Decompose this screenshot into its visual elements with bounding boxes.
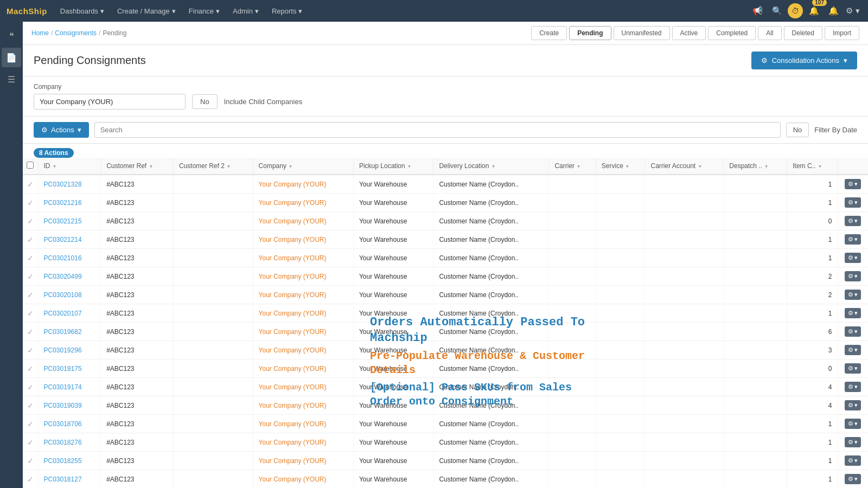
row-company-3[interactable]: Your Company (YOUR)	[253, 230, 353, 249]
row-company-14[interactable]: Your Company (YOUR)	[253, 433, 353, 452]
consignment-link-9[interactable]: PC03019296	[44, 346, 82, 354]
row-id-3[interactable]: PC03021214	[38, 230, 101, 249]
col-header-account[interactable]: Carrier Account ▾	[645, 158, 724, 175]
nav-create-manage[interactable]: Create / Manage ▾	[112, 0, 181, 22]
select-all-input[interactable]	[27, 162, 34, 169]
row-checkbox-6[interactable]: ✓	[23, 286, 38, 304]
row-id-12[interactable]: PC03019039	[38, 396, 101, 415]
row-action-button-1[interactable]: ⚙ ▾	[845, 197, 861, 208]
notification-icon[interactable]: 🔔	[825, 2, 842, 20]
row-checkbox-13[interactable]: ✓	[23, 415, 38, 433]
company-link-8[interactable]: Your Company (YOUR)	[259, 328, 327, 336]
row-checkbox-3[interactable]: ✓	[23, 230, 38, 249]
tab-create[interactable]: Create	[531, 26, 567, 40]
row-company-4[interactable]: Your Company (YOUR)	[253, 249, 353, 267]
row-company-0[interactable]: Your Company (YOUR)	[253, 175, 353, 194]
row-checkbox-10[interactable]: ✓	[23, 359, 38, 378]
row-company-11[interactable]: Your Company (YOUR)	[253, 378, 353, 396]
col-header-customer-ref2[interactable]: Customer Ref 2 ▾	[174, 158, 253, 175]
row-action-button-2[interactable]: ⚙ ▾	[845, 216, 861, 226]
sidebar-consignments-icon[interactable]: 📄	[2, 48, 21, 67]
nav-admin[interactable]: Admin ▾	[227, 0, 264, 22]
company-link-2[interactable]: Your Company (YOUR)	[259, 217, 327, 225]
row-id-10[interactable]: PC03019175	[38, 359, 101, 378]
consignment-link-8[interactable]: PC03019682	[44, 328, 82, 336]
row-checkbox-7[interactable]: ✓	[23, 304, 38, 323]
row-id-13[interactable]: PC03018706	[38, 415, 101, 433]
row-id-15[interactable]: PC03018255	[38, 452, 101, 470]
row-checkbox-0[interactable]: ✓	[23, 175, 38, 194]
row-id-14[interactable]: PC03018276	[38, 433, 101, 452]
col-header-carrier[interactable]: Carrier ▾	[549, 158, 596, 175]
col-header-service[interactable]: Service ▾	[596, 158, 645, 175]
row-action-button-9[interactable]: ⚙ ▾	[845, 345, 861, 355]
row-action-button-7[interactable]: ⚙ ▾	[845, 308, 861, 318]
company-link-9[interactable]: Your Company (YOUR)	[259, 346, 327, 354]
nav-reports[interactable]: Reports ▾	[266, 0, 308, 22]
company-link-4[interactable]: Your Company (YOUR)	[259, 254, 327, 262]
row-id-4[interactable]: PC03021016	[38, 249, 101, 267]
search-input[interactable]	[94, 122, 781, 138]
row-id-11[interactable]: PC03019174	[38, 378, 101, 396]
row-company-16[interactable]: Your Company (YOUR)	[253, 470, 353, 489]
row-company-1[interactable]: Your Company (YOUR)	[253, 194, 353, 212]
row-id-8[interactable]: PC03019682	[38, 323, 101, 341]
consignment-link-14[interactable]: PC03018276	[44, 439, 82, 446]
row-checkbox-9[interactable]: ✓	[23, 341, 38, 359]
row-action-button-15[interactable]: ⚙ ▾	[845, 455, 861, 466]
row-checkbox-16[interactable]: ✓	[23, 470, 38, 489]
company-link-0[interactable]: Your Company (YOUR)	[259, 181, 327, 188]
tab-all[interactable]: All	[758, 26, 781, 40]
row-id-2[interactable]: PC03021215	[38, 212, 101, 230]
row-checkbox-5[interactable]: ✓	[23, 267, 38, 286]
consignment-link-11[interactable]: PC03019174	[44, 383, 82, 391]
row-checkbox-14[interactable]: ✓	[23, 433, 38, 452]
nav-finance[interactable]: Finance ▾	[183, 0, 225, 22]
row-action-button-14[interactable]: ⚙ ▾	[845, 437, 861, 447]
row-id-16[interactable]: PC03018127	[38, 470, 101, 489]
company-input[interactable]	[34, 94, 186, 110]
company-link-7[interactable]: Your Company (YOUR)	[259, 310, 327, 317]
row-id-0[interactable]: PC03021328	[38, 175, 101, 194]
row-id-1[interactable]: PC03021216	[38, 194, 101, 212]
company-link-15[interactable]: Your Company (YOUR)	[259, 457, 327, 465]
row-action-button-11[interactable]: ⚙ ▾	[845, 382, 861, 392]
tab-import[interactable]: Import	[825, 26, 859, 40]
tab-pending[interactable]: Pending	[569, 26, 611, 40]
row-action-button-10[interactable]: ⚙ ▾	[845, 363, 861, 374]
row-checkbox-12[interactable]: ✓	[23, 396, 38, 415]
company-link-1[interactable]: Your Company (YOUR)	[259, 199, 327, 207]
breadcrumb-consignments[interactable]: Consignments	[55, 29, 97, 37]
row-action-button-6[interactable]: ⚙ ▾	[845, 290, 861, 300]
row-company-12[interactable]: Your Company (YOUR)	[253, 396, 353, 415]
col-header-pickup[interactable]: Pickup Location ▾	[353, 158, 433, 175]
tab-deleted[interactable]: Deleted	[784, 26, 822, 40]
consignment-link-4[interactable]: PC03021016	[44, 254, 82, 262]
col-header-id[interactable]: ID ▾	[38, 158, 101, 175]
consignment-link-15[interactable]: PC03018255	[44, 457, 82, 465]
company-link-12[interactable]: Your Company (YOUR)	[259, 402, 327, 409]
row-action-button-0[interactable]: ⚙ ▾	[845, 179, 861, 189]
col-header-despatch[interactable]: Despatch .. ▾	[724, 158, 787, 175]
consignment-link-7[interactable]: PC03020107	[44, 310, 82, 317]
consignment-link-5[interactable]: PC03020499	[44, 273, 82, 280]
company-link-11[interactable]: Your Company (YOUR)	[259, 383, 327, 391]
row-action-button-12[interactable]: ⚙ ▾	[845, 400, 861, 410]
consignment-link-13[interactable]: PC03018706	[44, 420, 82, 428]
row-checkbox-4[interactable]: ✓	[23, 249, 38, 267]
row-checkbox-11[interactable]: ✓	[23, 378, 38, 396]
consignment-link-0[interactable]: PC03021328	[44, 181, 82, 188]
consignment-link-2[interactable]: PC03021215	[44, 217, 82, 225]
tab-active[interactable]: Active	[672, 26, 706, 40]
consignment-link-6[interactable]: PC03020108	[44, 291, 82, 299]
sidebar-list-icon[interactable]: ☰	[2, 69, 21, 89]
select-all-checkbox[interactable]	[23, 158, 38, 175]
row-action-button-13[interactable]: ⚙ ▾	[845, 419, 861, 429]
row-company-7[interactable]: Your Company (YOUR)	[253, 304, 353, 323]
row-company-13[interactable]: Your Company (YOUR)	[253, 415, 353, 433]
row-company-2[interactable]: Your Company (YOUR)	[253, 212, 353, 230]
row-action-button-4[interactable]: ⚙ ▾	[845, 253, 861, 263]
actions-button[interactable]: ⚙ Actions ▾	[34, 122, 89, 138]
company-link-16[interactable]: Your Company (YOUR)	[259, 476, 327, 483]
row-action-button-3[interactable]: ⚙ ▾	[845, 234, 861, 245]
